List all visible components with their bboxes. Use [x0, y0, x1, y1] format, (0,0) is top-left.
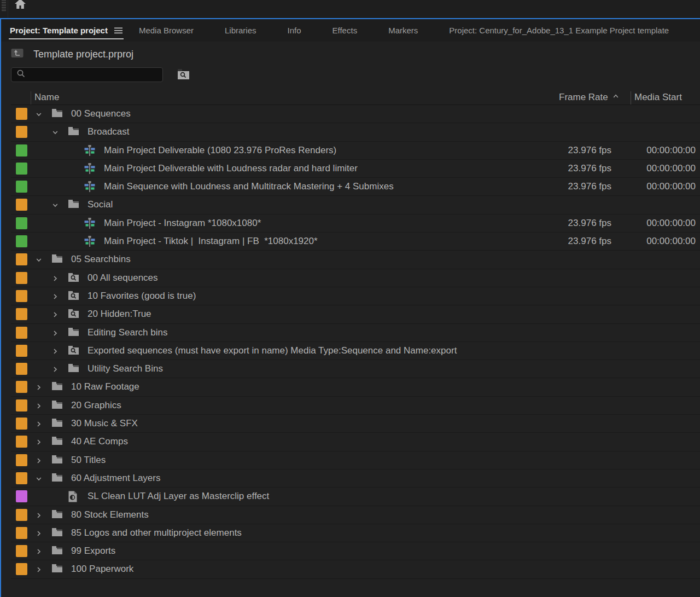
chevron-down-icon[interactable] [51, 201, 59, 209]
chevron-down-icon[interactable] [35, 111, 43, 118]
project-item-row[interactable]: 05 Searchbins [11, 251, 700, 269]
column-divider[interactable] [31, 91, 31, 105]
project-item-row[interactable]: 20 Hidden:True [11, 305, 700, 323]
chevron-right-icon[interactable] [51, 347, 59, 355]
label-color-swatch[interactable] [16, 454, 27, 466]
project-item-row[interactable]: 50 Titles [11, 451, 700, 470]
label-color-swatch[interactable] [16, 490, 27, 502]
project-item-row[interactable]: 00 Sequences [11, 105, 700, 123]
media-start-value: 00:00:00:00 [646, 181, 696, 192]
label-color-swatch[interactable] [16, 308, 27, 320]
project-item-row[interactable]: 30 Music & SFX [11, 415, 700, 433]
project-item-row[interactable]: 10 Raw Footage [11, 378, 700, 396]
chevron-down-icon[interactable] [35, 256, 43, 264]
project-item-row[interactable]: Utility Search Bins [11, 360, 700, 378]
label-color-swatch[interactable] [16, 436, 27, 448]
project-item-row[interactable]: 60 Adjustment Layers [11, 470, 700, 488]
label-color-swatch[interactable] [16, 327, 27, 339]
panel-tab-3[interactable]: Info [288, 19, 301, 42]
media-start-column-header[interactable]: Media Start [634, 92, 682, 103]
label-color-swatch[interactable] [16, 509, 27, 521]
label-color-swatch[interactable] [16, 253, 27, 265]
label-color-swatch[interactable] [16, 181, 27, 193]
item-name: Broadcast [88, 126, 130, 137]
chevron-right-icon[interactable] [51, 275, 59, 282]
chevron-right-icon[interactable] [51, 329, 59, 337]
project-file-row[interactable]: Template project.prproj [11, 48, 700, 61]
label-color-swatch[interactable] [16, 126, 27, 138]
panel-tab-0[interactable]: Project: Template project [10, 19, 122, 42]
item-name: 40 AE Comps [71, 436, 128, 447]
chevron-right-icon[interactable] [35, 438, 43, 446]
project-item-row[interactable]: 99 Exports [11, 542, 700, 560]
project-item-row[interactable]: Main Sequence with Loudness and Multitra… [11, 178, 700, 196]
project-item-row[interactable]: 85 Logos and other multiproject elements [11, 524, 700, 542]
panel-tab-5[interactable]: Markers [388, 19, 418, 42]
chevron-down-icon[interactable] [51, 129, 59, 136]
project-item-row[interactable]: Main Project Deliverable with Loudness r… [11, 160, 700, 178]
label-color-swatch[interactable] [16, 545, 27, 557]
project-item-row[interactable]: Exported sequences (must have export in … [11, 342, 700, 360]
chevron-right-icon[interactable] [51, 366, 59, 373]
label-color-swatch[interactable] [16, 381, 27, 393]
chevron-right-icon[interactable] [51, 311, 59, 318]
project-item-row[interactable]: 00 All sequences [11, 269, 700, 287]
item-name: Exported sequences (must have export in … [88, 345, 457, 356]
label-color-swatch[interactable] [16, 527, 27, 539]
label-color-swatch[interactable] [16, 563, 27, 575]
label-color-swatch[interactable] [16, 399, 27, 411]
label-color-swatch[interactable] [16, 345, 27, 357]
label-color-swatch[interactable] [16, 472, 27, 484]
chevron-right-icon[interactable] [35, 402, 43, 410]
frame-rate-column-header[interactable]: Frame Rate [559, 92, 620, 103]
home-button[interactable] [13, 0, 27, 13]
label-color-swatch[interactable] [16, 108, 27, 120]
bin-icon [51, 546, 63, 557]
name-column-header[interactable]: Name [34, 92, 59, 103]
label-color-swatch[interactable] [16, 363, 27, 375]
chevron-right-icon[interactable] [35, 512, 43, 519]
label-color-swatch[interactable] [16, 217, 27, 229]
chevron-right-icon[interactable] [35, 566, 43, 573]
chevron-right-icon[interactable] [35, 420, 43, 428]
project-item-row[interactable]: Broadcast [11, 123, 700, 141]
label-color-swatch[interactable] [16, 199, 27, 211]
label-color-swatch[interactable] [16, 272, 27, 284]
panel-menu-icon[interactable] [114, 27, 122, 34]
project-item-row[interactable]: Social [11, 196, 700, 214]
project-item-row[interactable]: 100 Paperwork [11, 560, 700, 578]
chevron-right-icon[interactable] [35, 530, 43, 537]
chevron-right-icon[interactable] [35, 548, 43, 555]
panel-tab-4[interactable]: Effects [332, 19, 358, 42]
chevron-right-icon[interactable] [51, 293, 59, 300]
column-divider[interactable] [631, 91, 631, 105]
project-panel: Project: Template projectMedia BrowserLi… [0, 18, 700, 597]
project-item-row[interactable]: Main Project - Tiktok | Instagram | FB *… [11, 233, 700, 251]
project-item-row[interactable]: 40 AE Comps [11, 433, 700, 451]
search-box[interactable] [11, 67, 163, 82]
project-item-row[interactable]: Editing Search bins [11, 324, 700, 342]
panel-tab-6[interactable]: Project: Century_for_Adobe_13_1 Example … [449, 19, 669, 42]
project-item-row[interactable]: 80 Stock Elements [11, 506, 700, 524]
panel-tab-2[interactable]: Libraries [225, 19, 256, 42]
label-color-swatch[interactable] [16, 235, 27, 247]
project-item-row[interactable]: 10 Favorites (good is true) [11, 287, 700, 305]
project-item-row[interactable]: Main Project - Instagram *1080x1080*23.9… [11, 215, 700, 233]
label-color-swatch[interactable] [16, 163, 27, 175]
chevron-down-icon[interactable] [35, 475, 43, 483]
chevron-right-icon[interactable] [35, 384, 43, 391]
label-color-swatch[interactable] [16, 418, 27, 430]
chevron-right-icon[interactable] [35, 457, 43, 465]
project-item-row[interactable]: 20 Graphics [11, 397, 700, 415]
panel-grabber-handle[interactable] [2, 1, 6, 11]
sequence-icon [84, 163, 95, 177]
project-item-row[interactable]: SL Clean LUT Adj Layer as Masterclip eff… [11, 488, 700, 506]
search-input[interactable] [30, 71, 156, 79]
bin-up-navigation-icon[interactable] [11, 48, 24, 60]
project-item-row[interactable]: Main Project Deliverable (1080 23.976 Pr… [11, 142, 700, 160]
panel-tab-1[interactable]: Media Browser [139, 19, 194, 42]
label-color-swatch[interactable] [16, 144, 27, 157]
label-color-swatch[interactable] [16, 290, 27, 302]
create-search-bin-button[interactable] [177, 69, 190, 81]
sequence-icon [84, 145, 95, 159]
